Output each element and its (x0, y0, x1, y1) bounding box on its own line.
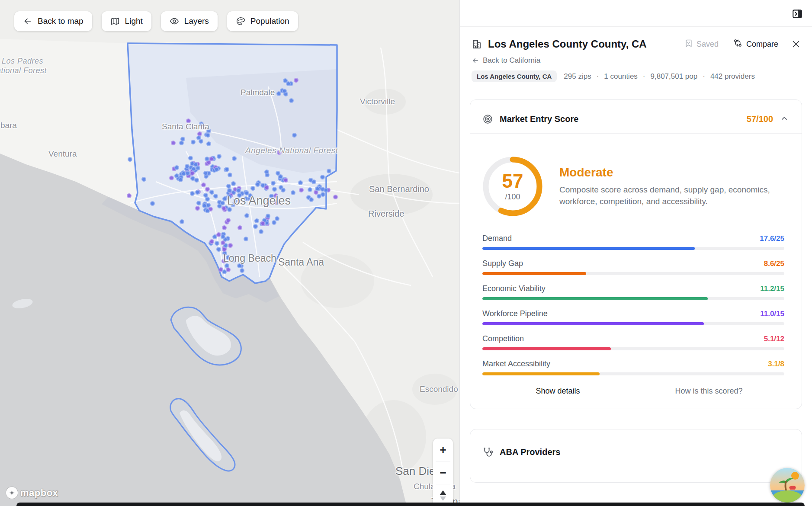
provider-dot[interactable] (190, 171, 195, 176)
provider-dot[interactable] (317, 194, 321, 199)
provider-dot[interactable] (228, 173, 232, 177)
provider-dot[interactable] (216, 247, 221, 252)
provider-dot[interactable] (259, 229, 263, 234)
provider-dot[interactable] (191, 167, 196, 171)
mapbox-attribution[interactable]: mapbox (6, 487, 58, 499)
provider-dot[interactable] (294, 78, 298, 83)
provider-dot[interactable] (221, 259, 226, 263)
provider-dot[interactable] (186, 118, 191, 123)
provider-dot[interactable] (199, 122, 204, 126)
provider-dot[interactable] (278, 174, 283, 179)
provider-dot[interactable] (309, 197, 314, 202)
provider-dot[interactable] (271, 181, 276, 186)
provider-dot[interactable] (276, 91, 281, 96)
score-card-header[interactable]: Market Entry Score 57/100 (470, 100, 802, 133)
provider-dot[interactable] (205, 133, 210, 138)
provider-dot[interactable] (220, 201, 225, 205)
provider-dot[interactable] (195, 190, 200, 195)
provider-dot[interactable] (282, 89, 287, 93)
provider-dot[interactable] (237, 193, 242, 198)
provider-dot[interactable] (250, 186, 255, 191)
provider-dot[interactable] (253, 224, 258, 229)
provider-dot[interactable] (221, 234, 225, 239)
provider-dot[interactable] (171, 141, 176, 145)
provider-dot[interactable] (205, 208, 210, 213)
provider-dot[interactable] (201, 183, 206, 187)
provider-dot[interactable] (244, 213, 249, 218)
provider-dot[interactable] (199, 139, 203, 144)
provider-dot[interactable] (228, 243, 233, 248)
provider-dot[interactable] (217, 154, 221, 159)
provider-dot[interactable] (283, 178, 288, 183)
provider-dot[interactable] (205, 197, 210, 202)
provider-dot[interactable] (254, 218, 259, 223)
provider-dot[interactable] (188, 156, 193, 160)
zoom-out-button[interactable]: − (433, 461, 453, 484)
map-canvas[interactable]: Los Padresational ForestarbaraVenturaSan… (0, 0, 459, 506)
provider-dot[interactable] (277, 150, 282, 155)
provider-dot[interactable] (231, 181, 236, 186)
provider-dot[interactable] (320, 175, 325, 179)
provider-dot[interactable] (213, 194, 218, 199)
provider-dot[interactable] (244, 237, 248, 241)
show-details-link[interactable]: Show details (482, 387, 633, 396)
county-chip[interactable]: Los Angeles County, CA (472, 70, 557, 82)
provider-dot[interactable] (222, 225, 227, 230)
provider-dot[interactable] (209, 190, 214, 195)
provider-dot[interactable] (291, 190, 295, 195)
provider-dot[interactable] (194, 178, 199, 183)
provider-dot[interactable] (174, 165, 179, 170)
provider-dot[interactable] (289, 98, 294, 103)
provider-dot[interactable] (169, 176, 174, 180)
provider-dot[interactable] (180, 219, 184, 224)
provider-dot[interactable] (226, 255, 231, 260)
back-to-california-link[interactable]: Back to California (472, 56, 812, 65)
provider-dot[interactable] (202, 203, 207, 208)
provider-dot[interactable] (227, 194, 232, 199)
provider-dot[interactable] (205, 157, 209, 161)
provider-dot[interactable] (299, 188, 304, 192)
zoom-in-button[interactable]: + (433, 439, 453, 461)
provider-dot[interactable] (226, 218, 231, 223)
aba-card-header[interactable]: ABA Providers (470, 429, 802, 466)
provider-dot[interactable] (321, 192, 325, 197)
provider-dot[interactable] (327, 169, 331, 173)
provider-dot[interactable] (128, 157, 132, 162)
provider-dot[interactable] (232, 156, 237, 161)
provider-dot[interactable] (174, 173, 179, 178)
provider-dot[interactable] (196, 201, 201, 205)
provider-dot[interactable] (240, 268, 244, 273)
provider-dot[interactable] (214, 167, 219, 172)
provider-dot[interactable] (179, 141, 184, 145)
close-panel-button[interactable] (791, 39, 801, 49)
provider-dot[interactable] (178, 177, 183, 182)
provider-dot[interactable] (238, 225, 242, 230)
island-avatar[interactable] (770, 468, 805, 503)
provider-dot[interactable] (292, 133, 297, 138)
provider-dot[interactable] (127, 193, 132, 198)
layers-button[interactable]: Layers (161, 11, 218, 31)
provider-dot[interactable] (274, 200, 279, 205)
provider-dot[interactable] (222, 269, 227, 274)
provider-dot[interactable] (225, 167, 229, 172)
provider-dot[interactable] (190, 191, 195, 196)
population-button[interactable]: Population (227, 11, 298, 31)
how-scored-link[interactable]: How is this scored? (633, 387, 784, 396)
collapse-panel-icon[interactable] (792, 8, 803, 21)
provider-dot[interactable] (308, 187, 312, 192)
provider-dot[interactable] (227, 207, 232, 212)
provider-dot[interactable] (141, 177, 146, 182)
provider-dot[interactable] (185, 171, 190, 176)
provider-dot[interactable] (333, 195, 338, 199)
provider-dot[interactable] (150, 201, 155, 206)
provider-dot[interactable] (311, 179, 316, 184)
compare-button[interactable]: Compare (733, 38, 778, 50)
map-style-button[interactable]: Light (102, 11, 151, 31)
provider-dot[interactable] (191, 140, 196, 144)
provider-dot[interactable] (196, 166, 200, 170)
back-to-map-button[interactable]: Back to map (14, 11, 92, 31)
provider-dot[interactable] (324, 188, 328, 192)
provider-dot[interactable] (195, 206, 200, 211)
provider-dot[interactable] (215, 241, 219, 246)
chevron-up-icon[interactable] (780, 114, 789, 125)
